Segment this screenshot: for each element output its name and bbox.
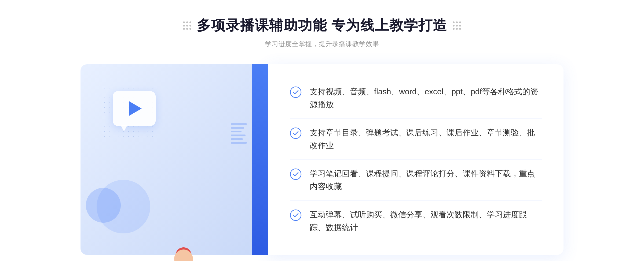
character-illustration — [138, 99, 229, 255]
svg-point-3 — [290, 210, 301, 221]
stripe-line-5 — [231, 138, 243, 140]
feature-text-2: 支持章节目录、弹题考试、课后练习、课后作业、章节测验、批改作业 — [310, 126, 542, 152]
page-title: 多项录播课辅助功能 专为线上教学打造 — [197, 16, 447, 35]
header-dots-right — [453, 21, 461, 30]
check-icon-1 — [290, 86, 302, 98]
feature-item-4: 互动弹幕、试听购买、微信分享、观看次数限制、学习进度跟踪、数据统计 — [290, 201, 542, 241]
stripe-line-3 — [231, 131, 241, 132]
check-icon-3 — [290, 168, 302, 180]
stripe-decoration — [231, 123, 247, 155]
check-icon-4 — [290, 209, 302, 221]
page-subtitle: 学习进度全掌握，提升录播课教学效果 — [0, 40, 644, 48]
svg-point-0 — [290, 87, 301, 98]
svg-point-2 — [290, 169, 301, 180]
stripe-line-4 — [231, 135, 246, 136]
blue-bar-decoration — [252, 64, 268, 255]
header-dots-left — [183, 21, 191, 30]
header-title-row: 多项录播课辅助功能 专为线上教学打造 — [0, 16, 644, 35]
feature-text-4: 互动弹幕、试听购买、微信分享、观看次数限制、学习进度跟踪、数据统计 — [310, 208, 542, 234]
right-features-panel: 支持视频、音频、flash、word、excel、ppt、pdf等各种格式的资源… — [268, 64, 564, 255]
feature-text-3: 学习笔记回看、课程提问、课程评论打分、课件资料下载，重点内容收藏 — [310, 167, 542, 193]
left-illustration-panel — [80, 64, 268, 255]
stripe-line-1 — [231, 123, 247, 125]
header-section: 多项录播课辅助功能 专为线上教学打造 学习进度全掌握，提升录播课教学效果 — [0, 16, 644, 48]
stripe-line-6 — [231, 142, 247, 144]
feature-text-1: 支持视频、音频、flash、word、excel、ppt、pdf等各种格式的资源… — [310, 85, 542, 111]
page-container: 多项录播课辅助功能 专为线上教学打造 学习进度全掌握，提升录播课教学效果 » — [0, 0, 644, 261]
svg-point-1 — [290, 128, 301, 139]
feature-item-1: 支持视频、音频、flash、word、excel、ppt、pdf等各种格式的资源… — [290, 78, 542, 119]
feature-item-2: 支持章节目录、弹题考试、课后练习、课后作业、章节测验、批改作业 — [290, 119, 542, 160]
circle-medium-decoration — [86, 188, 121, 223]
feature-item-3: 学习笔记回看、课程提问、课程评论打分、课件资料下载，重点内容收藏 — [290, 160, 542, 201]
check-icon-2 — [290, 127, 302, 139]
main-content: » — [80, 64, 564, 255]
stripe-line-2 — [231, 127, 244, 129]
